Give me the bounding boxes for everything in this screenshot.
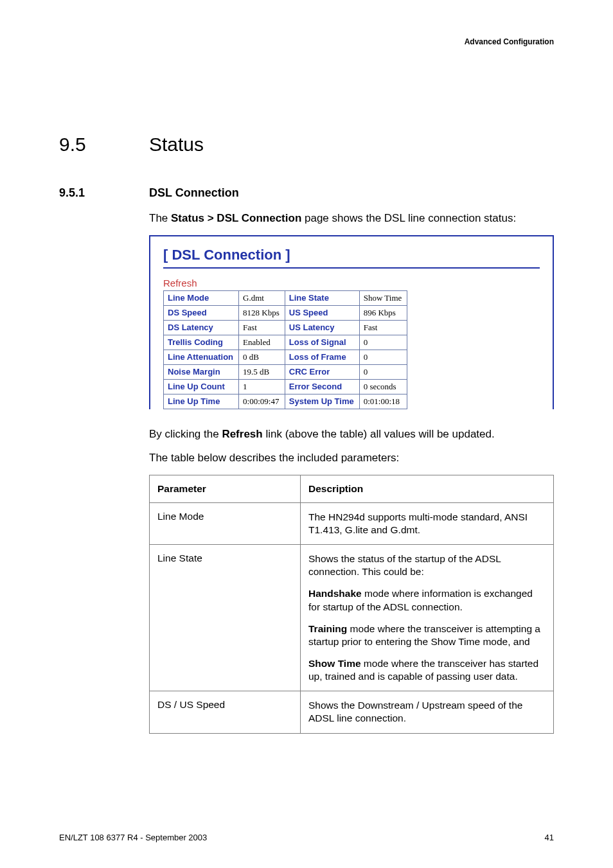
section-number: 9.5 — [59, 134, 149, 155]
cell-label: Loss of Signal — [285, 335, 359, 350]
mode-name: Show Time — [308, 658, 361, 669]
intro-path: Status > DSL Connection — [171, 212, 301, 224]
table-row: Line Attenuation 0 dB Loss of Frame 0 — [164, 350, 407, 364]
subsection-number: 9.5.1 — [59, 186, 149, 200]
footer-left: EN/LZT 108 6377 R4 - September 2003 — [59, 833, 207, 842]
subsection-title: DSL Connection — [149, 186, 554, 200]
param-name: Line Mode — [150, 502, 301, 544]
intro-paragraph: The Status > DSL Connection page shows t… — [149, 211, 554, 226]
cell-value: 0 — [359, 335, 407, 350]
cell-label: US Speed — [285, 305, 359, 320]
table-intro: The table below describes the included p… — [149, 451, 554, 466]
table-row: Line Mode G.dmt Line State Show Time — [164, 290, 407, 305]
mode-name: Handshake — [308, 588, 362, 599]
cell-label: System Up Time — [285, 394, 359, 409]
cell-value: 1 — [239, 379, 285, 394]
cell-value: 0 dB — [239, 350, 285, 364]
cell-label: US Latency — [285, 320, 359, 335]
cell-value: 896 Kbps — [359, 305, 407, 320]
table-header-row: Parameter Description — [150, 475, 554, 502]
dsl-connection-panel: [ DSL Connection ] Refresh Line Mode G.d… — [149, 235, 554, 409]
cell-value: 0 — [359, 364, 407, 379]
cell-label: Loss of Frame — [285, 350, 359, 364]
cell-label: Line Up Count — [164, 379, 239, 394]
param-desc: Shows the status of the startup of the A… — [301, 545, 554, 691]
cell-value: 0 seconds — [359, 379, 407, 394]
cell-label: Noise Margin — [164, 364, 239, 379]
desc-text: Shows the status of the startup of the A… — [308, 553, 546, 578]
cell-label: Error Second — [285, 379, 359, 394]
header-parameter: Parameter — [150, 475, 301, 502]
dsl-status-table: Line Mode G.dmt Line State Show Time DS … — [163, 290, 407, 409]
section-title: Status — [149, 134, 554, 155]
table-row: Line Up Time 0:00:09:47 System Up Time 0… — [164, 394, 407, 409]
desc-text: The HN294d supports multi-mode standard,… — [308, 511, 546, 536]
param-desc: The HN294d supports multi-mode standard,… — [301, 502, 554, 544]
cell-value: 19.5 dB — [239, 364, 285, 379]
panel-title: [ DSL Connection ] — [163, 247, 540, 269]
parameter-description-table: Parameter Description Line Mode The HN29… — [149, 475, 554, 734]
mode-name: Training — [308, 623, 347, 634]
intro-prefix: The — [149, 212, 171, 224]
cell-value: Fast — [239, 320, 285, 335]
refresh-link[interactable]: Refresh — [163, 278, 197, 288]
cell-value: 0 — [359, 350, 407, 364]
refresh-note: By clicking the Refresh link (above the … — [149, 427, 554, 442]
table-row: Trellis Coding Enabled Loss of Signal 0 — [164, 335, 407, 350]
refresh-note-a: By clicking the — [149, 428, 222, 440]
header-section-label: Advanced Configuration — [465, 37, 554, 46]
cell-label: Line Mode — [164, 290, 239, 305]
table-row: Line State Shows the status of the start… — [150, 545, 554, 691]
cell-label: Trellis Coding — [164, 335, 239, 350]
cell-value: Enabled — [239, 335, 285, 350]
cell-value: 8128 Kbps — [239, 305, 285, 320]
table-row: DS / US Speed Shows the Downstream / Ups… — [150, 691, 554, 733]
refresh-note-b: Refresh — [222, 428, 262, 440]
param-name: Line State — [150, 545, 301, 691]
cell-value: Show Time — [359, 290, 407, 305]
cell-value: G.dmt — [239, 290, 285, 305]
param-desc: Shows the Downstream / Upstream speed of… — [301, 691, 554, 733]
table-row: Noise Margin 19.5 dB CRC Error 0 — [164, 364, 407, 379]
table-row: DS Speed 8128 Kbps US Speed 896 Kbps — [164, 305, 407, 320]
cell-value: Fast — [359, 320, 407, 335]
table-row: Line Mode The HN294d supports multi-mode… — [150, 502, 554, 544]
table-row: DS Latency Fast US Latency Fast — [164, 320, 407, 335]
footer-page-number: 41 — [545, 833, 554, 842]
desc-text: Shows the Downstream / Upstream speed of… — [308, 699, 546, 725]
cell-label: Line Up Time — [164, 394, 239, 409]
cell-label: CRC Error — [285, 364, 359, 379]
cell-label: Line Attenuation — [164, 350, 239, 364]
intro-suffix: page shows the DSL line connection statu… — [301, 212, 516, 224]
cell-value: 0:01:00:18 — [359, 394, 407, 409]
param-name: DS / US Speed — [150, 691, 301, 733]
cell-label: Line State — [285, 290, 359, 305]
cell-label: DS Speed — [164, 305, 239, 320]
desc-text: Training mode where the transceiver is a… — [308, 623, 546, 648]
desc-text: Handshake mode where information is exch… — [308, 587, 546, 613]
desc-text: Show Time mode where the transceiver has… — [308, 657, 546, 683]
header-description: Description — [301, 475, 554, 502]
refresh-note-c: link (above the table) all values will b… — [263, 428, 495, 440]
cell-value: 0:00:09:47 — [239, 394, 285, 409]
cell-label: DS Latency — [164, 320, 239, 335]
table-row: Line Up Count 1 Error Second 0 seconds — [164, 379, 407, 394]
